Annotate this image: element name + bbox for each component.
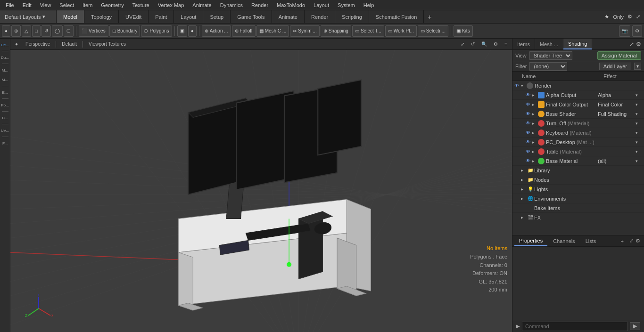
alpha-arrow[interactable]: ▾ <box>636 93 642 97</box>
add-layer-button[interactable]: Add Layer <box>599 63 631 70</box>
toolbar-mesh-btn[interactable]: ▦Mesh C ... <box>256 25 289 37</box>
tab-scripting[interactable]: Scripting <box>335 10 369 23</box>
left-tool-5[interactable]: E... <box>1 88 9 97</box>
tree-item-alpha[interactable]: 👁 ▸ Alpha Output Alpha ▾ <box>512 90 644 100</box>
expand-icon[interactable]: ▸ <box>532 121 538 126</box>
vp-zoom-icon[interactable]: 🔍 <box>479 41 489 47</box>
props-expand-icon[interactable]: ⤢ <box>629 238 634 244</box>
toolbar-vertices-btn[interactable]: ⬛Vertices <box>79 25 108 37</box>
layout-dropdown[interactable]: Default Layouts ▾ <box>0 10 57 23</box>
tab-animate[interactable]: Animate <box>272 10 305 23</box>
tree-item-nodes[interactable]: ▸ 📁 Nodes <box>512 175 644 185</box>
finalcolor-arrow[interactable]: ▾ <box>636 102 642 107</box>
eye-icon[interactable]: 👁 <box>526 121 532 126</box>
toolbar-select-t-btn[interactable]: ▭Select T... <box>352 25 384 37</box>
toolbar-selecti-btn[interactable]: ▭Selecti ... <box>418 25 448 37</box>
eye-icon[interactable]: 👁 <box>526 102 532 107</box>
toolbar-kits-btn[interactable]: ▣Kits <box>454 25 473 37</box>
expand-icon[interactable]: ▸ <box>532 149 538 154</box>
left-tool-7[interactable]: C... <box>1 113 9 122</box>
env-arrow[interactable]: ▸ <box>521 196 528 201</box>
left-tool-8[interactable]: UV... <box>1 126 9 135</box>
toolbar-hex-btn[interactable]: ⬡ <box>64 25 74 37</box>
toolbar-polygons-btn[interactable]: ⬡Polygons <box>141 25 172 37</box>
settings-icon[interactable]: ⚙ <box>627 14 632 20</box>
menu-maxtomodo[interactable]: MaxToModo <box>273 1 309 9</box>
left-tool-9[interactable]: P... <box>1 139 9 147</box>
command-arrow-icon[interactable]: ▶ <box>516 324 520 329</box>
vp-fit-icon[interactable]: ⤢ <box>459 41 466 47</box>
command-input[interactable] <box>522 322 628 331</box>
left-tool-1[interactable]: De... <box>1 40 9 49</box>
nodes-arrow[interactable]: ▸ <box>521 177 528 182</box>
tab-channels[interactable]: Channels <box>548 235 579 246</box>
tab-mesh[interactable]: Mesh ... <box>535 39 563 49</box>
baseshader-arrow[interactable]: ▾ <box>636 112 642 116</box>
props-add-tab-button[interactable]: + <box>618 238 627 244</box>
shader-expand-icon[interactable]: ⤢ <box>629 41 634 48</box>
left-tool-6[interactable]: Po... <box>1 101 9 109</box>
tree-item-finalcolor[interactable]: 👁 ▸ Final Color Output Final Color ▾ <box>512 100 644 109</box>
vp-perspective-label[interactable]: Perspective <box>24 41 52 47</box>
toolbar-symm-btn[interactable]: ⇔Symm ... <box>290 25 319 37</box>
menu-geometry[interactable]: Geometry <box>97 1 127 9</box>
tab-setup[interactable]: Setup <box>203 10 231 23</box>
expand-icon[interactable]: ▸ <box>532 130 538 135</box>
shader-settings-icon[interactable]: ⚙ <box>636 41 641 48</box>
expand-icon[interactable]: ▸ <box>532 159 538 163</box>
command-run-button[interactable]: ▶ <box>630 322 640 330</box>
expand-icon[interactable]: ▸ <box>532 93 538 97</box>
expand-icon[interactable]: ▾ <box>521 83 527 88</box>
eye-icon[interactable]: 👁 <box>514 83 521 88</box>
tab-topology[interactable]: Topology <box>84 10 119 23</box>
vp-toggle-dot[interactable]: ● <box>13 41 20 47</box>
expand-icon[interactable]: ▸ <box>532 140 538 145</box>
toolbar-select-btn[interactable]: ● <box>2 25 10 37</box>
pcdesktop-arrow[interactable]: ▾ <box>636 140 642 145</box>
tab-uvedit[interactable]: UVEdit <box>119 10 149 23</box>
vp-more-icon[interactable]: ⚙ <box>492 41 500 47</box>
menu-dynamics[interactable]: Dynamics <box>216 1 247 9</box>
toolbar-tri-btn[interactable]: △ <box>22 25 31 37</box>
toolbar-plus-btn[interactable]: ⊕ <box>11 25 21 37</box>
left-tool-3[interactable]: M... <box>1 66 9 74</box>
toolbar-circle-btn[interactable]: ◯ <box>52 25 63 37</box>
fx-arrow[interactable]: ▸ <box>521 215 528 220</box>
tree-item-basematerial[interactable]: 👁 ▸ Base Material (all) ▾ <box>512 156 644 166</box>
vp-menu-icon[interactable]: ≡ <box>503 41 509 47</box>
tree-item-pcdesktop[interactable]: 👁 ▸ PC_Desktop (Mat ...) ▾ <box>512 138 644 147</box>
eye-icon[interactable]: 👁 <box>526 149 532 154</box>
tree-item-lights[interactable]: ▸ 💡 Lights <box>512 185 644 194</box>
tree-item-keyboard[interactable]: 👁 ▸ Keyboard (Material) ▾ <box>512 128 644 138</box>
left-tool-2[interactable]: Du... <box>1 53 9 62</box>
toolbar-falloff-btn[interactable]: ⊕Falloff <box>232 25 256 37</box>
tab-paint[interactable]: Paint <box>149 10 174 23</box>
tree-item-environments[interactable]: ▸ 🌐 Environments <box>512 194 644 203</box>
menu-texture[interactable]: Texture <box>129 1 153 9</box>
tree-item-render[interactable]: 👁 ▾ Render <box>512 81 644 90</box>
eye-icon[interactable]: 👁 <box>526 111 532 116</box>
menu-item[interactable]: Item <box>79 1 96 9</box>
lights-arrow[interactable]: ▸ <box>521 186 528 192</box>
turnoff-arrow[interactable]: ▾ <box>636 121 642 126</box>
tab-gametools[interactable]: Game Tools <box>231 10 272 23</box>
menu-select[interactable]: Select <box>56 1 78 9</box>
menu-layout[interactable]: Layout <box>310 1 333 9</box>
tab-layout[interactable]: Layout <box>174 10 203 23</box>
eye-icon[interactable]: 👁 <box>526 158 532 163</box>
filter-select[interactable]: (none) <box>529 62 567 71</box>
menu-help[interactable]: Help <box>360 1 378 9</box>
tree-item-bakeitems[interactable]: Bake Items <box>512 203 644 213</box>
vp-texture-label[interactable]: Viewport Textures <box>87 41 128 47</box>
tab-schematic[interactable]: Schematic Fusion <box>369 10 424 23</box>
add-layer-arrow-button[interactable]: ▾ <box>634 63 641 70</box>
toolbar-rot-btn[interactable]: ↺ <box>41 25 51 37</box>
vp-shading-label[interactable]: Default <box>60 41 79 47</box>
keyboard-arrow[interactable]: ▾ <box>636 130 642 135</box>
tab-render[interactable]: Render <box>305 10 335 23</box>
library-arrow[interactable]: ▸ <box>521 168 528 173</box>
left-tool-4[interactable]: M... <box>1 75 9 84</box>
eye-icon[interactable]: 👁 <box>526 130 532 135</box>
expand-icon[interactable]: ▸ <box>532 112 538 116</box>
toolbar-workpl-btn[interactable]: ▭Work Pl... <box>385 25 417 37</box>
